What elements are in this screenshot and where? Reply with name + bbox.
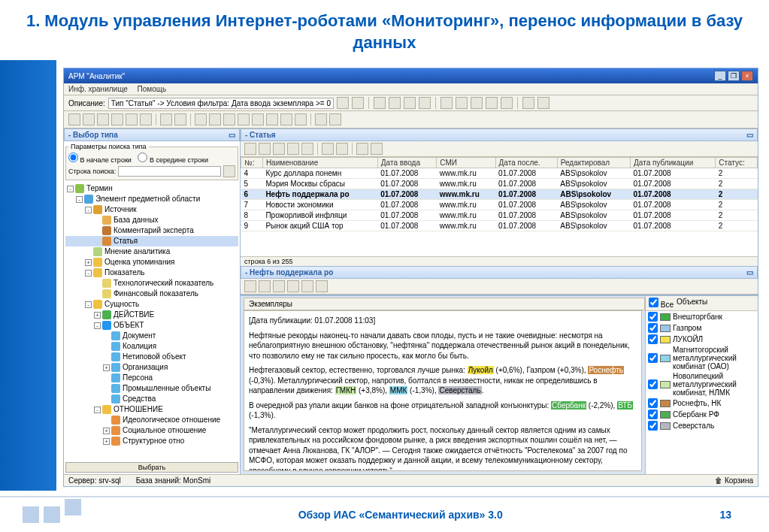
grid-col[interactable]: Дата ввода xyxy=(377,158,437,168)
play-prev-icon[interactable] xyxy=(456,97,468,109)
tool-icon[interactable] xyxy=(140,113,152,125)
search-input[interactable] xyxy=(118,166,221,177)
grid-col[interactable]: Редактировал xyxy=(557,158,630,168)
collapse-icon[interactable]: ▭ xyxy=(746,268,753,277)
tool-icon[interactable] xyxy=(97,113,109,125)
tool-icon[interactable] xyxy=(252,113,264,125)
tool-icon[interactable] xyxy=(174,113,186,125)
tool-icon[interactable] xyxy=(83,113,95,125)
data-grid[interactable]: №:НаименованиеДата вводаСМИДата после.Ре… xyxy=(241,157,758,256)
tool-icon[interactable] xyxy=(160,113,172,125)
tool-icon[interactable] xyxy=(244,143,256,155)
play-last-icon[interactable] xyxy=(486,97,498,109)
tool-icon[interactable] xyxy=(68,113,80,125)
nav-last-icon[interactable] xyxy=(419,97,431,109)
table-row[interactable]: 8Прожорливой инфляци01.07.2008www.mk.ru0… xyxy=(241,210,758,221)
tree-node[interactable]: Документ xyxy=(65,331,238,341)
objects-all[interactable]: Все xyxy=(649,298,674,309)
tree-node[interactable]: +Оценка упоминания xyxy=(65,257,238,268)
nav-first-icon[interactable] xyxy=(374,97,386,109)
tree-node[interactable]: +ДЕЙСТВИЕ xyxy=(65,310,238,320)
tool-icon[interactable] xyxy=(195,113,207,125)
tree-node[interactable]: -Сущность xyxy=(65,299,238,310)
search-go-icon[interactable] xyxy=(223,165,235,177)
tool-icon[interactable] xyxy=(356,143,368,155)
grid-col[interactable]: СМИ xyxy=(437,158,495,168)
grid-col[interactable]: №: xyxy=(241,158,263,168)
object-item[interactable]: Магнитогорский металлургический комбинат… xyxy=(646,345,758,371)
menu-help[interactable]: Помощь xyxy=(138,85,167,93)
tree-node[interactable]: -Показатель xyxy=(65,268,238,278)
type-tree[interactable]: -Термин-Элемент предметной области-Источ… xyxy=(64,182,240,461)
object-item[interactable]: Новолипецкий металлургический комбинат, … xyxy=(646,371,758,397)
collapse-icon[interactable]: ▭ xyxy=(229,131,235,139)
basket[interactable]: 🗑 Корзина xyxy=(715,476,753,485)
object-item[interactable]: Газпром xyxy=(646,322,758,334)
tree-node[interactable]: Промышленные объекты xyxy=(65,383,238,394)
tab-instances[interactable]: Экземпляры xyxy=(244,298,645,310)
grid-col[interactable]: Наименование xyxy=(262,158,377,168)
tree-node[interactable]: +Структурное отно xyxy=(65,436,238,446)
object-item[interactable]: ЛУКОЙЛ xyxy=(646,334,758,345)
tool-icon[interactable] xyxy=(259,143,271,155)
tool-icon[interactable] xyxy=(111,113,123,125)
tool-icon[interactable] xyxy=(223,113,235,125)
table-row[interactable]: 5Мэрия Москвы сбрасы01.07.2008www.mk.ru0… xyxy=(241,179,758,189)
tree-node[interactable]: Средства xyxy=(65,394,238,404)
article-text[interactable]: [Дата публикации: 01.07.2008 11:03] Нефт… xyxy=(244,310,642,471)
tree-node[interactable]: Идеологическое отношение xyxy=(65,415,238,425)
close-button[interactable]: × xyxy=(741,71,753,81)
tree-node[interactable]: Комментарий эксперта xyxy=(65,225,238,236)
tree-node[interactable]: -Термин xyxy=(65,183,238,194)
tool-icon[interactable] xyxy=(209,113,221,125)
tree-node[interactable]: Мнение аналитика xyxy=(65,246,238,257)
table-row[interactable]: 4Курс доллара понемн01.07.2008www.mk.ru0… xyxy=(241,168,758,179)
tool-icon[interactable] xyxy=(315,113,327,125)
nav-prev-icon[interactable] xyxy=(389,97,401,109)
tool-icon[interactable] xyxy=(295,113,307,125)
tree-node[interactable]: -Элемент предметной области xyxy=(65,194,238,204)
tool-icon[interactable] xyxy=(287,280,299,292)
tree-node[interactable]: Технологический показатель xyxy=(65,278,238,289)
filter-add-icon[interactable] xyxy=(352,97,364,109)
tree-node[interactable]: Персона xyxy=(65,373,238,383)
tool-icon[interactable] xyxy=(371,143,383,155)
radio-start[interactable]: В начале строки xyxy=(68,156,132,164)
grid-col[interactable]: Статус: xyxy=(716,158,758,168)
select-button[interactable]: Выбрать xyxy=(65,462,238,473)
object-item[interactable]: Роснефть, НК xyxy=(646,397,758,409)
filter-icon[interactable] xyxy=(337,97,349,109)
tree-node[interactable]: -Источник xyxy=(65,204,238,215)
minimize-button[interactable]: _ xyxy=(714,71,726,81)
tool-icon[interactable] xyxy=(273,143,285,155)
tool-icon[interactable] xyxy=(336,143,348,155)
table-row[interactable]: 9Рынок акций США тор01.07.2008www.mk.ru0… xyxy=(241,221,758,231)
tree-node[interactable]: +Организация xyxy=(65,362,238,373)
object-item[interactable]: Сбербанк РФ xyxy=(646,409,758,420)
tool-icon[interactable] xyxy=(322,143,334,155)
export-icon[interactable] xyxy=(522,97,534,109)
nav-next-icon[interactable] xyxy=(404,97,416,109)
tree-node[interactable]: Финансовый показатель xyxy=(65,289,238,299)
play-first-icon[interactable] xyxy=(441,97,453,109)
tool-icon[interactable] xyxy=(301,280,313,292)
tool-icon[interactable] xyxy=(329,113,341,125)
tree-node[interactable]: +Социальное отношение xyxy=(65,425,238,436)
grid-col[interactable]: Дата публикации xyxy=(631,158,716,168)
add-icon[interactable] xyxy=(501,97,513,109)
tree-node[interactable]: Коалиция xyxy=(65,341,238,352)
maximize-button[interactable]: ❐ xyxy=(728,71,740,81)
table-row[interactable]: 7Новости экономики01.07.2008www.mk.ru01.… xyxy=(241,200,758,210)
tool-icon[interactable] xyxy=(316,280,328,292)
play-next-icon[interactable] xyxy=(471,97,483,109)
menu-storage[interactable]: Инф. хранилище xyxy=(68,85,128,93)
table-row[interactable]: 6Нефть поддержала ро01.07.2008www.mk.ru0… xyxy=(241,189,758,200)
tree-node[interactable]: Нетиповой объект xyxy=(65,352,238,362)
tool-icon[interactable] xyxy=(266,113,278,125)
settings-icon[interactable] xyxy=(537,97,550,109)
tool-icon[interactable] xyxy=(287,143,299,155)
tool-icon[interactable] xyxy=(273,280,285,292)
object-item[interactable]: Внешторгбанк xyxy=(646,311,758,322)
tool-icon[interactable] xyxy=(126,113,138,125)
tool-icon[interactable] xyxy=(280,113,292,125)
